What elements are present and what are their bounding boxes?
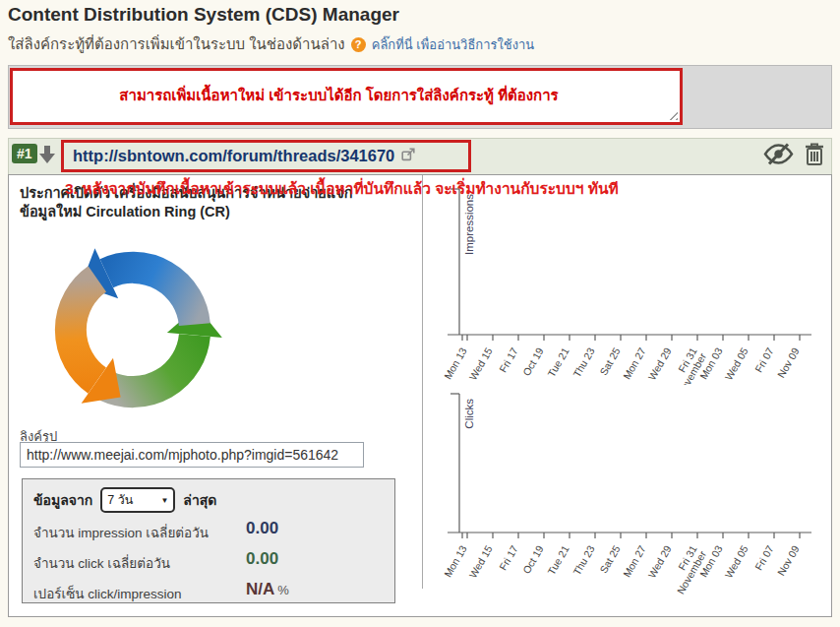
svg-text:Oct 19: Oct 19: [520, 543, 546, 576]
textarea-annotation-text: สามารถเพิ่มเนื้อหาใหม่ เข้าระบบได้อีก โด…: [13, 71, 680, 107]
column-divider: [422, 175, 423, 589]
clicks-chart: ClicksMon 13Wed 15Fri 17Oct 19Tue 21Thu …: [428, 385, 834, 613]
svg-text:Impressions: Impressions: [463, 194, 475, 255]
chevron-down-icon: ▼: [160, 496, 168, 505]
help-link[interactable]: คลิ๊กที่นี่ เพื่ออ่านวิธีการใช้งาน: [372, 34, 535, 55]
svg-text:Sat 25: Sat 25: [597, 345, 623, 377]
stat-impression-label: จำนวน impression เฉลี่ยต่อวัน: [33, 522, 209, 543]
stat-ratio-label: เปอร์เซ็น click/impression: [33, 583, 182, 604]
page-title: Content Distribution System (CDS) Manage…: [8, 4, 399, 26]
circulation-ring-image: [26, 232, 240, 427]
period-select[interactable]: 7 วัน ▼: [100, 487, 175, 513]
hide-icon[interactable]: [763, 143, 794, 169]
svg-text:Nov 09: Nov 09: [775, 345, 802, 380]
stats-period-row: ข้อมูลจาก 7 วัน ▼ ล่าสุด: [33, 487, 216, 513]
svg-text:Wed 15: Wed 15: [466, 543, 494, 580]
svg-text:Fri 17: Fri 17: [497, 345, 520, 374]
svg-text:Mon 13: Mon 13: [442, 543, 469, 579]
svg-text:Tue 21: Tue 21: [545, 543, 571, 577]
resize-handle[interactable]: [667, 109, 678, 120]
svg-text:Wed 29: Wed 29: [645, 345, 673, 382]
svg-text:Wed 05: Wed 05: [722, 345, 750, 382]
thread-link-textarea[interactable]: สามารถเพิ่มเนื้อหาใหม่ เข้าระบบได้อีก โด…: [10, 68, 683, 125]
stat-row-impression: จำนวน impression เฉลี่ยต่อวัน 0.00: [33, 522, 368, 543]
help-icon[interactable]: ?: [351, 37, 366, 52]
svg-text:Fri 17: Fri 17: [497, 543, 520, 572]
svg-text:Nov 09: Nov 09: [775, 543, 802, 578]
svg-text:Wed 29: Wed 29: [645, 543, 673, 580]
svg-text:Clicks: Clicks: [463, 399, 475, 429]
svg-text:Fri 07: Fri 07: [752, 543, 776, 572]
stat-click-label: จำนวน click เฉลี่ยต่อวัน: [33, 552, 170, 574]
stat-row-click: จำนวน click เฉลี่ยต่อวัน 0.00: [33, 552, 368, 574]
stat-impression-value: 0.00: [246, 519, 278, 538]
stat-ratio-number: N/A: [246, 580, 274, 598]
stat-click-value: 0.00: [246, 549, 278, 569]
stat-row-ratio: เปอร์เซ็น click/impression N/A%: [33, 583, 368, 604]
svg-text:Tue 21: Tue 21: [545, 345, 571, 379]
svg-text:Thu 23: Thu 23: [570, 543, 597, 577]
svg-text:Thu 23: Thu 23: [570, 345, 597, 379]
thread-url-box: http://sbntown.com/forum/threads/341670: [61, 140, 471, 172]
latest-label: ล่าสุด: [183, 489, 216, 511]
content-heading-line2: ข้อมูลใหม่ Circulation Ring (CR): [20, 203, 352, 221]
stat-ratio-suffix: %: [277, 583, 289, 597]
svg-text:Mon 27: Mon 27: [621, 345, 648, 381]
thread-url-link[interactable]: http://sbntown.com/forum/threads/341670: [73, 147, 394, 165]
move-down-icon[interactable]: [37, 144, 57, 165]
svg-text:Oct 19: Oct 19: [520, 345, 546, 378]
instructions-text: ใส่ลิงค์กระทู้ที่ต้องการเพิ่มเข้าในระบบ …: [8, 32, 345, 56]
impressions-chart: ImpressionsMon 13Wed 15Fri 17Oct 19Tue 2…: [428, 180, 834, 385]
item-index-badge: #1: [12, 144, 37, 163]
svg-text:Wed 05: Wed 05: [722, 543, 750, 580]
external-link-icon[interactable]: [401, 148, 415, 165]
step-annotation-text: 3. หลังจากบันทึกเนื้อหาเข้าระบบแล้ว เนื้…: [65, 176, 619, 201]
svg-text:Mon 27: Mon 27: [621, 543, 648, 579]
delete-icon[interactable]: [804, 142, 825, 170]
data-from-label: ข้อมูลจาก: [33, 489, 92, 511]
image-link-input[interactable]: [20, 442, 364, 468]
instructions-row: ใส่ลิงค์กระทู้ที่ต้องการเพิ่มเข้าในระบบ …: [8, 32, 534, 56]
period-select-value: 7 วัน: [107, 490, 133, 510]
stat-ratio-value: N/A%: [246, 580, 289, 599]
item-actions: [763, 142, 825, 170]
svg-text:Mon 13: Mon 13: [442, 345, 469, 381]
svg-text:Sat 25: Sat 25: [597, 543, 623, 575]
svg-text:Wed 15: Wed 15: [466, 345, 494, 382]
svg-text:Fri 07: Fri 07: [752, 345, 776, 374]
